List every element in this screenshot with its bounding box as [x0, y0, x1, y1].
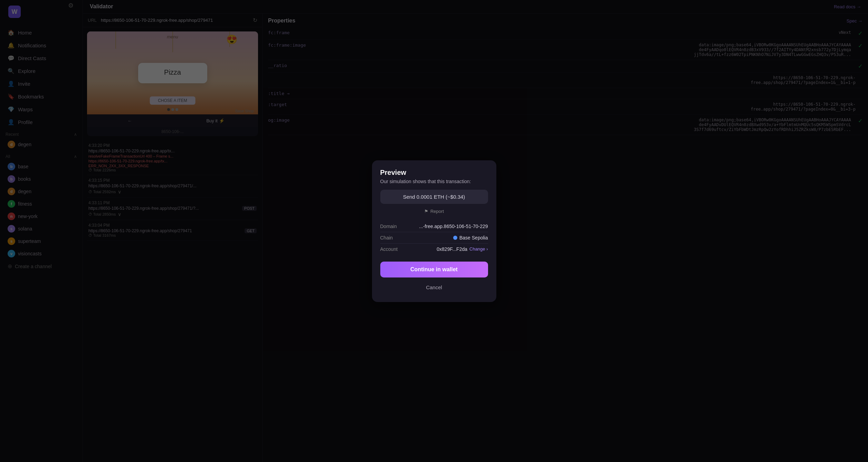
modal-report-button[interactable]: ⚑ Report	[380, 207, 488, 216]
modal-chain-value: Base Sepolia	[453, 235, 488, 241]
chain-dot-icon	[453, 236, 457, 240]
preview-modal: Preview Our simulation shows that this t…	[372, 160, 496, 302]
modal-row-account: Account 0x829F...F2da Change ›	[380, 244, 488, 255]
modal-chain-text: Base Sepolia	[459, 235, 488, 241]
modal-send-box: Send 0.0001 ETH (~$0.34)	[380, 190, 488, 204]
modal-report-label: Report	[430, 209, 444, 214]
modal-domain-label: Domain	[380, 224, 397, 229]
modal-row-domain: Domain ...-free.app.8650-106-51-70-229	[380, 221, 488, 232]
flag-icon: ⚑	[424, 209, 428, 214]
modal-account-label: Account	[380, 246, 398, 252]
modal-chain-label: Chain	[380, 235, 393, 241]
modal-account-text: 0x829F...F2da	[437, 246, 467, 252]
modal-table: Domain ...-free.app.8650-106-51-70-229 C…	[380, 221, 488, 255]
continue-in-wallet-button[interactable]: Continue in wallet	[380, 262, 488, 277]
cancel-button[interactable]: Cancel	[380, 281, 488, 294]
modal-title: Preview	[380, 169, 488, 177]
modal-overlay[interactable]: Preview Our simulation shows that this t…	[0, 0, 868, 462]
modal-change-link[interactable]: Change ›	[469, 246, 488, 252]
modal-account-value: 0x829F...F2da Change ›	[437, 246, 488, 252]
modal-domain-value: ...-free.app.8650-106-51-70-229	[419, 224, 488, 229]
modal-subtitle: Our simulation shows that this transacti…	[380, 179, 488, 184]
modal-row-chain: Chain Base Sepolia	[380, 232, 488, 244]
